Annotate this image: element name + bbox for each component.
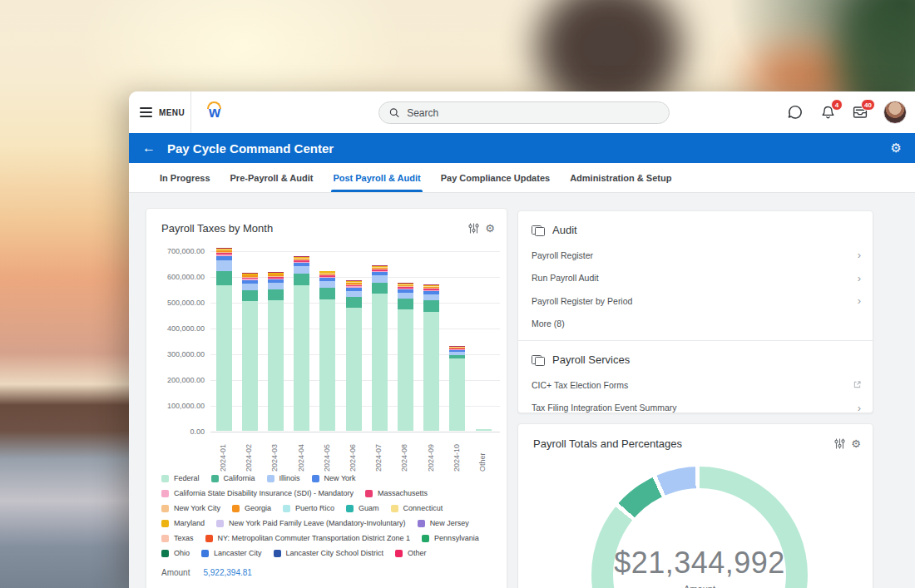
filter-settings-icon[interactable] [468, 223, 479, 234]
menu-item-cic-tax-election-forms[interactable]: CIC+ Tax Election Forms [518, 373, 873, 397]
legend-item-illinois[interactable]: Illinois [267, 473, 300, 483]
legend-item-massachusetts[interactable]: Massachusetts [365, 488, 428, 498]
legend-item-new-york-city[interactable]: New York City [161, 503, 220, 513]
legend-item-new-york-paid-family-leave-mandatory-involuntary[interactable]: New York Paid Family Leave (Mandatory-In… [216, 518, 406, 528]
page-title: Pay Cycle Command Center [167, 141, 334, 156]
legend-swatch [161, 475, 169, 482]
legend-swatch [346, 505, 354, 512]
chevron-right-icon: › [858, 250, 861, 260]
back-arrow-icon[interactable]: ← [142, 141, 156, 155]
legend-swatch [312, 475, 319, 482]
legend-item-california-state-disability-insurance-sdi-mandatory[interactable]: California State Disability Insurance (S… [161, 488, 354, 498]
header-gear-icon[interactable]: ⚙ [891, 141, 902, 156]
legend-item-lancaster-city-school-district[interactable]: Lancaster City School District [274, 548, 384, 558]
workday-logo[interactable]: w [202, 98, 227, 126]
stacked-bar-2024-03[interactable] [268, 272, 284, 431]
y-tick-label: 500,000.00 [151, 299, 205, 308]
stacked-bar-2024-06[interactable] [346, 280, 362, 431]
menu-item-payroll-register-by-period[interactable]: Payroll Register by Period› [518, 289, 873, 313]
legend-item-georgia[interactable]: Georgia [232, 503, 271, 513]
stacked-bar-2024-07[interactable] [372, 265, 388, 431]
content-area: Payroll Taxes by Month ⚙ 700,000.00600,0… [129, 193, 915, 588]
legend-item-california[interactable]: California [211, 473, 255, 483]
search-input[interactable] [407, 107, 659, 119]
bar-segment-federal [268, 300, 284, 431]
notifications-button[interactable]: 4 [819, 103, 837, 121]
bar-segment-california [242, 290, 258, 301]
legend-item-pennsylvania[interactable]: Pennsylvania [422, 533, 479, 543]
menu-item-tax-filing-integration-event-summary[interactable]: Tax Filing Integration Event Summary› [518, 397, 873, 420]
bar-segment-illinois [423, 294, 439, 300]
legend-item-guam[interactable]: Guam [346, 503, 379, 513]
tab-pre-payroll-audit[interactable]: Pre-Payroll & Audit [230, 163, 314, 192]
stacked-bar-2024-09[interactable] [423, 284, 439, 431]
legend-label: Ohio [174, 548, 190, 558]
y-tick-label: 0.00 [151, 427, 205, 437]
legend-label: NY: Metropolitan Commuter Transportation… [218, 533, 411, 543]
legend-swatch [161, 505, 169, 512]
y-axis: 700,000.00600,000.00500,000.00400,000.00… [151, 249, 205, 432]
section-header-audit: Audit [518, 211, 873, 244]
legend-item-ohio[interactable]: Ohio [161, 548, 190, 558]
legend-swatch [205, 535, 213, 542]
bar-segment-california [294, 274, 309, 285]
legend-swatch [216, 520, 224, 527]
amount-value-link[interactable]: 5,922,394.81 [203, 568, 251, 577]
stacked-bar-2024-10[interactable] [449, 346, 465, 431]
legend-item-puerto-rico[interactable]: Puerto Rico [283, 503, 334, 513]
legend-item-other[interactable]: Other [395, 548, 427, 558]
legend-item-federal[interactable]: Federal [161, 473, 200, 483]
legend-item-lancaster-city[interactable]: Lancaster City [201, 548, 262, 558]
chat-button[interactable] [786, 103, 804, 121]
chart-legend: FederalCaliforniaIllinoisNew YorkCalifor… [161, 473, 496, 558]
tab-post-payroll-audit[interactable]: Post Payroll & Audit [333, 163, 420, 192]
legend-item-ny-metropolitan-commuter-transportation-district-zone-1[interactable]: NY: Metropolitan Commuter Transportation… [205, 533, 411, 543]
bar-segment-federal [216, 285, 232, 431]
legend-label: Other [408, 548, 427, 558]
legend-item-maryland[interactable]: Maryland [161, 518, 205, 528]
bar-segment-federal [319, 299, 335, 431]
search-bar[interactable] [378, 101, 670, 124]
x-tick-label-2024-09: 2024-09 [427, 433, 437, 472]
taxes-card-title: Payroll Taxes by Month [161, 222, 273, 235]
taxes-card-gear-icon[interactable]: ⚙ [485, 223, 495, 234]
legend-item-connecticut[interactable]: Connecticut [391, 503, 443, 513]
legend-item-new-jersey[interactable]: New Jersey [418, 518, 469, 528]
gridline [210, 251, 500, 252]
inbox-button[interactable]: 40 [851, 103, 869, 121]
legend-label: California State Disability Insurance (S… [174, 488, 354, 498]
bar-segment-federal [423, 312, 439, 431]
menu-item-run-payroll-audit[interactable]: Run Payroll Audit› [518, 267, 873, 290]
stacked-bar-2024-04[interactable] [294, 256, 309, 431]
stacked-bar-2024-05[interactable] [319, 271, 335, 431]
menu-item-payroll-register[interactable]: Payroll Register› [518, 244, 873, 267]
legend-item-texas[interactable]: Texas [161, 533, 194, 543]
bar-segment-federal [346, 308, 362, 431]
profile-avatar[interactable] [883, 101, 907, 124]
tab-administration-setup[interactable]: Administration & Setup [570, 163, 671, 192]
chevron-right-icon: › [858, 273, 861, 284]
page-header: ← Pay Cycle Command Center ⚙ [129, 133, 915, 163]
stacked-bar-2024-02[interactable] [242, 273, 258, 431]
legend-item-new-york[interactable]: New York [312, 473, 356, 483]
legend-swatch [161, 535, 169, 542]
stacked-bar-other[interactable] [476, 429, 492, 431]
legend-label: Georgia [245, 503, 271, 513]
bar-segment-federal [449, 358, 465, 431]
stacked-bar-2024-08[interactable] [398, 283, 413, 431]
menu-button[interactable]: MENU [140, 102, 185, 122]
bar-segment-california [268, 289, 284, 300]
menu-item-more-8[interactable]: More (8) [518, 313, 873, 336]
x-tick-label-2024-05: 2024-05 [323, 433, 333, 472]
x-axis: 2024-012024-022024-032024-042024-052024-… [210, 433, 500, 472]
menu-label: MENU [159, 108, 185, 117]
tab-pay-compliance-updates[interactable]: Pay Compliance Updates [441, 163, 550, 192]
tab-in-progress[interactable]: In Progress [160, 163, 210, 192]
stacked-bar-2024-01[interactable] [216, 248, 232, 431]
section-title: Payroll Services [552, 353, 630, 366]
y-tick-label: 300,000.00 [151, 350, 205, 359]
menu-item-label: Tax Filing Integration Event Summary [532, 403, 677, 413]
bar-segment-federal [476, 429, 492, 431]
bar-plot [210, 249, 500, 432]
legend-swatch [391, 505, 398, 512]
